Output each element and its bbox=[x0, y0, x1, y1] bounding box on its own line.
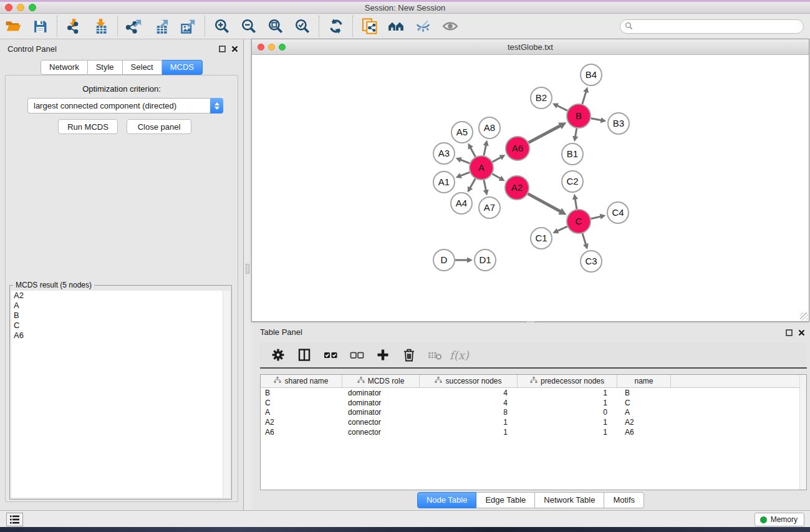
table-cell[interactable]: dominator bbox=[342, 389, 420, 397]
table-cell[interactable]: B bbox=[261, 389, 342, 397]
columns-icon[interactable] bbox=[292, 344, 316, 365]
network-file-icon[interactable] bbox=[356, 15, 383, 37]
open-folder-icon[interactable] bbox=[0, 15, 27, 37]
zoom-in-icon[interactable] bbox=[208, 15, 235, 37]
export-network-icon[interactable] bbox=[121, 15, 148, 37]
table-cell[interactable]: 1 bbox=[518, 418, 617, 427]
memory-button[interactable]: Memory bbox=[755, 513, 804, 526]
zoom-out-icon[interactable] bbox=[235, 15, 262, 37]
tab-mcds[interactable]: MCDS bbox=[162, 60, 203, 75]
table-row[interactable]: A6connector11A6 bbox=[261, 427, 806, 437]
split-divider-grip[interactable] bbox=[246, 264, 249, 274]
graph-edge[interactable] bbox=[493, 157, 502, 162]
graph-edge[interactable] bbox=[556, 105, 567, 111]
graph-edge[interactable] bbox=[460, 160, 470, 163]
network-window-titlebar[interactable]: testGlobe.txt bbox=[252, 39, 809, 55]
select-all-icon[interactable] bbox=[319, 344, 342, 365]
table-cell[interactable]: A2 bbox=[261, 418, 342, 427]
table-header[interactable]: shared nameMCDS rolesuccessor nodesprede… bbox=[261, 375, 806, 388]
show-eye-icon[interactable] bbox=[436, 15, 463, 37]
graph-edge[interactable] bbox=[470, 178, 475, 188]
table-cell[interactable]: A bbox=[261, 408, 342, 417]
table-scrollbar[interactable] bbox=[799, 375, 806, 490]
graph-edge[interactable] bbox=[575, 128, 576, 138]
close-icon[interactable] bbox=[798, 327, 805, 339]
table-cell[interactable]: 1 bbox=[420, 428, 518, 437]
column-header-MCDS-role[interactable]: MCDS role bbox=[342, 375, 420, 387]
graph-edge[interactable] bbox=[470, 147, 476, 157]
tab-style[interactable]: Style bbox=[88, 60, 123, 75]
column-header-predecessor-nodes[interactable]: predecessor nodes bbox=[518, 375, 617, 387]
table-cell[interactable]: 1 bbox=[518, 389, 617, 397]
mcds-result-list[interactable]: A2ABCA6 bbox=[11, 291, 230, 498]
table-cell[interactable]: 4 bbox=[420, 399, 518, 407]
graph-edge[interactable] bbox=[582, 233, 586, 245]
table-cell[interactable]: dominator bbox=[342, 408, 420, 417]
table-cell[interactable]: 1 bbox=[420, 418, 518, 427]
result-item[interactable]: B bbox=[11, 311, 230, 321]
result-item[interactable]: C bbox=[11, 321, 230, 331]
settings-icon[interactable] bbox=[266, 344, 290, 365]
table-cell[interactable]: 0 bbox=[518, 408, 617, 417]
table-cell[interactable]: 4 bbox=[420, 389, 518, 397]
refresh-icon[interactable] bbox=[322, 15, 349, 37]
tab-node-table[interactable]: Node Table bbox=[417, 492, 477, 508]
table-cell[interactable]: A6 bbox=[261, 428, 342, 437]
graph-edge[interactable] bbox=[484, 144, 486, 155]
delete-icon[interactable] bbox=[397, 344, 421, 365]
save-icon[interactable] bbox=[27, 15, 54, 37]
resize-grip-icon[interactable] bbox=[800, 312, 808, 321]
table-row[interactable]: Adominator80A bbox=[261, 407, 806, 417]
hide-eye-icon[interactable] bbox=[410, 15, 436, 37]
graph-edge[interactable] bbox=[591, 118, 602, 120]
tab-network-table[interactable]: Network Table bbox=[535, 492, 604, 508]
table-body[interactable]: Bdominator41BCdominator41CAdominator80AA… bbox=[261, 388, 806, 437]
graph-edge[interactable] bbox=[582, 91, 586, 104]
table-cell[interactable]: connector bbox=[342, 418, 420, 427]
import-network-icon[interactable] bbox=[60, 15, 87, 37]
table-cell[interactable]: A6 bbox=[617, 428, 671, 437]
export-table-icon[interactable] bbox=[148, 15, 175, 37]
delete-table-icon[interactable] bbox=[423, 344, 447, 365]
search-input[interactable] bbox=[636, 22, 803, 31]
close-panel-button[interactable]: Close panel bbox=[127, 119, 191, 134]
table-cell[interactable]: A bbox=[617, 408, 671, 417]
task-history-button[interactable] bbox=[6, 513, 23, 526]
add-icon[interactable] bbox=[371, 344, 395, 365]
table-row[interactable]: A2connector11A2 bbox=[261, 417, 806, 427]
tab-select[interactable]: Select bbox=[123, 60, 162, 75]
network-graph[interactable]: B4B2BB3A8A5A6A3B1AA1C2A2A4A7C4CC1C3DD1 bbox=[252, 55, 809, 321]
result-item[interactable]: A2 bbox=[11, 291, 230, 301]
result-scrollbar[interactable] bbox=[223, 291, 230, 498]
table-cell[interactable]: C bbox=[617, 399, 671, 407]
column-header-name[interactable]: name bbox=[617, 375, 671, 387]
graph-edge[interactable] bbox=[484, 180, 486, 191]
optimization-criterion-select[interactable]: largest connected component (directed) bbox=[27, 98, 223, 114]
table-row[interactable]: Bdominator41B bbox=[261, 388, 806, 398]
graph-edge[interactable] bbox=[492, 174, 501, 179]
node-table[interactable]: shared nameMCDS rolesuccessor nodesprede… bbox=[260, 374, 807, 490]
table-cell[interactable]: dominator bbox=[342, 399, 420, 407]
graph-edge[interactable] bbox=[528, 194, 561, 212]
result-item[interactable]: A6 bbox=[11, 331, 230, 341]
import-table-icon[interactable] bbox=[87, 15, 114, 37]
graph-edge[interactable] bbox=[557, 226, 567, 231]
tab-network[interactable]: Network bbox=[41, 60, 88, 75]
run-mcds-button[interactable]: Run MCDS bbox=[58, 119, 118, 134]
table-cell[interactable]: 8 bbox=[420, 408, 518, 417]
result-item[interactable]: A bbox=[11, 301, 230, 311]
table-cell[interactable]: B bbox=[617, 389, 671, 397]
search-box[interactable] bbox=[620, 19, 804, 34]
home-icon[interactable] bbox=[383, 15, 410, 37]
table-cell[interactable]: 1 bbox=[518, 428, 617, 437]
export-image-icon[interactable] bbox=[175, 15, 201, 37]
table-cell[interactable]: A2 bbox=[617, 418, 671, 427]
table-cell[interactable]: 1 bbox=[518, 399, 617, 407]
tab-motifs[interactable]: Motifs bbox=[604, 492, 644, 508]
table-cell[interactable]: C bbox=[261, 399, 342, 407]
graph-edge[interactable] bbox=[575, 198, 577, 210]
zoom-fit-icon[interactable] bbox=[262, 15, 289, 37]
close-icon[interactable] bbox=[231, 44, 238, 55]
deselect-all-icon[interactable] bbox=[345, 344, 369, 365]
zoom-selected-icon[interactable] bbox=[289, 15, 316, 37]
